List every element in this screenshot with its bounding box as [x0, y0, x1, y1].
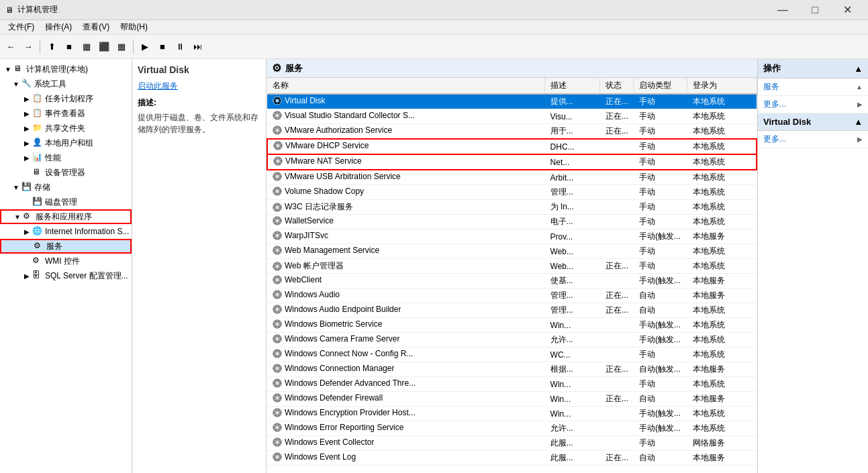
service-name-text: Windows Defender Advanced Thre... — [285, 378, 416, 388]
expand-arrow: ▶ — [21, 108, 32, 119]
view2-button[interactable]: ▦ — [113, 39, 130, 55]
table-row[interactable]: Windows Audio Endpoint Builder管理...正在...… — [267, 303, 757, 318]
svg-rect-108 — [277, 297, 278, 300]
menu-action[interactable]: 操作(A) — [40, 20, 77, 34]
tree-item-services[interactable]: ⚙ 服务 — [0, 239, 132, 254]
tree-item-storage[interactable]: ▼ 💾 存储 — [0, 180, 132, 195]
back-button[interactable]: ← — [3, 39, 19, 55]
tree-button[interactable]: ▦ — [79, 39, 95, 55]
table-row[interactable]: VMware DHCP ServiceDHC...手动本地系统 — [267, 139, 757, 154]
event-icon: 📋 — [32, 108, 43, 119]
expand-arrow: ▶ — [21, 138, 32, 148]
service-name-text: VMware NAT Service — [285, 156, 362, 166]
tree-item-diskdefrag[interactable]: 💾 磁盘管理 — [0, 195, 132, 209]
service-name-text: WarpJITSvc — [285, 231, 328, 240]
table-row[interactable]: Windows Error Reporting Service允许...手动(触… — [267, 421, 757, 436]
service-name-cell: Windows Encryption Provider Host... — [267, 407, 469, 419]
tree-item-wmi[interactable]: ⚙ WMI 控件 — [0, 254, 132, 268]
table-row[interactable]: Volume Shadow Copy管理...手动本地系统 — [267, 185, 757, 200]
service-logon-cell: 本地服务 — [687, 362, 757, 377]
svg-rect-100 — [277, 282, 278, 285]
table-row[interactable]: VMware Authorization Service用于...正在...手动… — [267, 124, 757, 140]
menu-file[interactable]: 文件(F) — [3, 20, 40, 34]
tree-item-scheduler[interactable]: ▶ 📋 任务计划程序 — [0, 91, 132, 106]
tree-item-system[interactable]: ▼ 🔧 系统工具 — [0, 76, 132, 91]
svg-rect-89 — [277, 262, 278, 264]
tree-item-iis[interactable]: ▶ 🌐 Internet Information S... — [0, 224, 132, 239]
play-button[interactable]: ▶ — [137, 39, 153, 55]
svg-rect-57 — [277, 203, 278, 205]
table-row[interactable]: Windows Event Log此服...正在...自动本地服务 — [267, 451, 757, 466]
tree-item-perf[interactable]: ▶ 📊 性能 — [0, 150, 132, 165]
show-hide-button[interactable]: ■ — [61, 39, 77, 55]
expand-arrow — [21, 197, 32, 207]
table-row[interactable]: Windows Defender Advanced Thre...Win...手… — [267, 377, 757, 392]
table-row[interactable]: Windows Event Collector此服...手动网络服务 — [267, 436, 757, 451]
table-row[interactable]: Web Management ServiceWeb...手动本地系统 — [267, 244, 757, 259]
actions-link-services[interactable]: 服务 ▲ — [758, 78, 868, 96]
service-status-cell: 正在... — [600, 288, 634, 303]
table-row[interactable]: Windows Connection Manager根据...正在...自动(触… — [267, 362, 757, 377]
tree-item-sqlserver[interactable]: ▶ 🗄 SQL Server 配置管理... — [0, 268, 132, 283]
tree-item-shares[interactable]: ▶ 📁 共享文件夹 — [0, 121, 132, 136]
service-status-cell — [600, 154, 634, 170]
next-button[interactable]: ⏭ — [189, 39, 205, 55]
service-name-text: Visual Studio Standard Collector S... — [285, 111, 415, 120]
stop-button[interactable]: ■ — [154, 39, 171, 55]
svg-point-55 — [275, 189, 279, 193]
close-button[interactable]: ✕ — [832, 0, 863, 20]
table-row[interactable]: Windows Audio管理...正在...自动本地服务 — [267, 288, 757, 303]
table-row[interactable]: WebClient使基...手动(触发...本地服务 — [267, 274, 757, 288]
menu-view[interactable]: 查看(V) — [77, 20, 115, 34]
table-row[interactable]: Virtual Disk提供...正在...手动本地系统 — [267, 94, 757, 109]
maximize-button[interactable]: □ — [800, 0, 830, 20]
minimize-button[interactable]: — — [767, 0, 798, 20]
service-name-text: Windows Defender Firewall — [285, 393, 383, 403]
actions-link-more1[interactable]: 更多... ▶ — [758, 96, 868, 113]
tree-item-localusers[interactable]: ▶ 👤 本地用户和组 — [0, 136, 132, 150]
tree-item-devmgr[interactable]: 🖥 设备管理器 — [0, 165, 132, 180]
service-status-cell — [600, 139, 634, 154]
table-row[interactable]: VMware USB Arbitration ServiceArbit...手动… — [267, 170, 757, 185]
table-row[interactable]: WarpJITSvcProv...手动(触发...本地服务 — [267, 229, 757, 244]
col-header-status[interactable]: 状态 — [600, 78, 634, 94]
table-row[interactable]: Windows Camera Frame Server允许...手动(触发...… — [267, 333, 757, 348]
table-row[interactable]: Windows Biometric ServiceWin...手动(触发...本… — [267, 318, 757, 333]
table-row[interactable]: VMware NAT ServiceNet...手动本地系统 — [267, 154, 757, 170]
app-icon: 🖥 — [5, 5, 13, 15]
tree-item-services-apps[interactable]: ▼ ⚙ 服务和应用程序 — [0, 209, 132, 224]
device-icon: 🖥 — [32, 167, 43, 178]
actions-collapse-icon[interactable]: ▲ — [854, 64, 863, 74]
forward-button[interactable]: → — [20, 39, 36, 55]
tree-item-eventviewer[interactable]: ▶ 📋 事件查看器 — [0, 106, 132, 121]
service-logon-cell: 本地系统 — [687, 154, 757, 170]
menu-help[interactable]: 帮助(H) — [115, 20, 153, 34]
table-row[interactable]: Windows Defender FirewallWin...正在...自动本地… — [267, 392, 757, 407]
table-row[interactable]: Web 帐户管理器Web...正在...手动本地系统 — [267, 259, 757, 274]
table-row[interactable]: WalletService电子...手动本地系统 — [267, 215, 757, 229]
table-row[interactable]: Windows Connect Now - Config R...WC...手动… — [267, 348, 757, 362]
col-header-desc[interactable]: 描述 — [545, 78, 600, 94]
start-service-link[interactable]: 启动此服务 — [138, 81, 260, 92]
service-name-cell: Windows Event Log — [267, 451, 469, 463]
up-button[interactable]: ⬆ — [44, 39, 60, 55]
col-header-name[interactable]: 名称 — [267, 78, 545, 94]
service-startup-cell: 手动 — [634, 259, 687, 274]
svg-rect-148 — [277, 371, 278, 374]
pause-button[interactable]: ⏸ — [172, 39, 188, 55]
table-row[interactable]: Windows Encryption Provider Host...Win..… — [267, 407, 757, 421]
actions-collapse-icon2[interactable]: ▲ — [854, 117, 863, 127]
service-name-text: Windows Event Collector — [285, 437, 374, 447]
service-logon-cell: 本地服务 — [687, 274, 757, 288]
tree-item-root[interactable]: ▼ 🖥 计算机管理(本地) — [0, 62, 132, 76]
table-row[interactable]: Visual Studio Standard Collector S...Vis… — [267, 109, 757, 124]
col-header-logon[interactable]: 登录为 — [687, 78, 757, 94]
view-button[interactable]: ⬛ — [96, 39, 112, 55]
actions-link-more2[interactable]: 更多... ▶ — [758, 131, 868, 148]
service-name-text: Windows Encryption Provider Host... — [285, 408, 416, 417]
services-header-icon: ⚙ — [272, 62, 281, 74]
col-header-startup[interactable]: 启动类型 — [634, 78, 687, 94]
actions-link-label: 更多... — [763, 99, 786, 110]
table-row[interactable]: W3C 日志记录服务为 In...手动本地系统 — [267, 200, 757, 215]
service-logon-cell: 本地系统 — [687, 377, 757, 392]
